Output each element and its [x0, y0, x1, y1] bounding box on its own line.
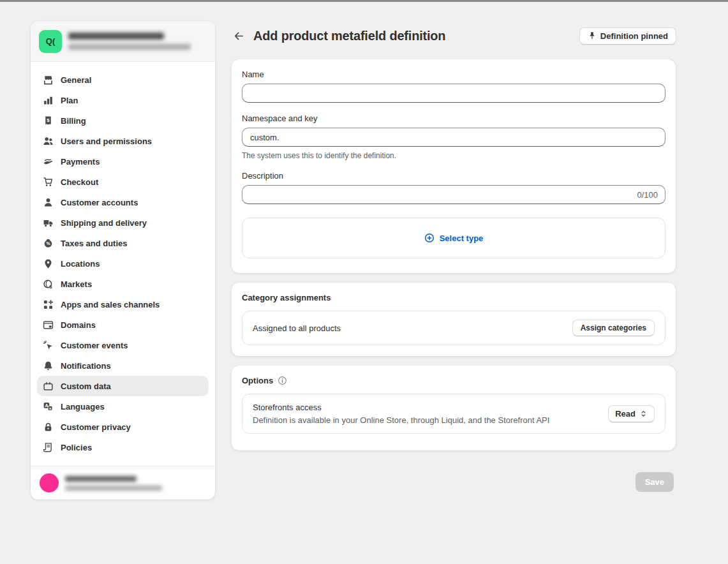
- store-avatar: Q(: [39, 30, 62, 53]
- updown-chevrons-icon: [639, 410, 648, 418]
- sidebar-item-label: Custom data: [61, 382, 111, 391]
- locations-pin-icon: [43, 258, 54, 269]
- customer-events-cursor-icon: [43, 340, 54, 351]
- sidebar-item-apps-and-sales-channels[interactable]: Apps and sales channels: [37, 294, 209, 315]
- sidebar-item-taxes-and-duties[interactable]: %Taxes and duties: [37, 233, 209, 253]
- sidebar-item-customer-privacy[interactable]: Customer privacy: [37, 417, 209, 437]
- namespace-helper-text: The system uses this to identify the def…: [242, 151, 665, 160]
- store-domain-redacted: [68, 44, 191, 50]
- sidebar-item-label: Shipping and delivery: [61, 218, 147, 228]
- storefront-access-select[interactable]: Read: [608, 405, 655, 422]
- taxes-icon: %: [43, 238, 54, 249]
- store-icon: [43, 75, 54, 85]
- sidebar-item-users-and-permissions[interactable]: Users and permissions: [37, 131, 209, 151]
- options-title: Options: [242, 376, 273, 385]
- sidebar-item-languages[interactable]: AaLanguages: [37, 396, 209, 417]
- sidebar-item-plan[interactable]: Plan: [37, 90, 209, 110]
- name-input[interactable]: [242, 84, 665, 103]
- back-button[interactable]: [230, 27, 248, 45]
- sidebar-nav: GeneralPlan$BillingUsers and permissions…: [31, 62, 215, 466]
- description-label: Description: [242, 171, 665, 181]
- customer-accounts-icon: [43, 197, 54, 208]
- select-type-button[interactable]: Select type: [242, 218, 665, 258]
- sidebar-item-label: Taxes and duties: [61, 239, 128, 248]
- sidebar-item-customer-events[interactable]: Customer events: [37, 335, 209, 355]
- namespace-field-group: Namespace and key The system uses this t…: [242, 114, 665, 160]
- sidebar-item-label: Billing: [61, 116, 86, 126]
- sidebar-item-checkout[interactable]: Checkout: [37, 172, 209, 192]
- sidebar-item-label: Languages: [61, 402, 105, 412]
- page-header: Add product metafield definition Definit…: [230, 26, 676, 45]
- save-button[interactable]: Save: [635, 472, 674, 492]
- pin-icon: [588, 31, 597, 40]
- sidebar-item-label: Domains: [61, 320, 96, 330]
- sidebar-item-payments[interactable]: Payments: [37, 151, 209, 172]
- sidebar-item-markets[interactable]: $Markets: [37, 274, 209, 294]
- store-name-redacted: [68, 33, 164, 40]
- storefront-access-value: Read: [615, 409, 635, 419]
- definition-pinned-button[interactable]: Definition pinned: [579, 27, 676, 45]
- select-type-label: Select type: [440, 234, 484, 243]
- shipping-truck-icon: [43, 218, 54, 228]
- sidebar-item-domains[interactable]: Domains: [37, 315, 209, 335]
- sidebar-item-label: Apps and sales channels: [61, 300, 160, 309]
- apps-grid-icon: [43, 299, 54, 310]
- sidebar-item-customer-accounts[interactable]: Customer accounts: [37, 192, 209, 212]
- description-char-counter: 0/100: [637, 190, 658, 200]
- sidebar-item-label: Customer accounts: [61, 198, 138, 207]
- checkout-cart-icon: [43, 177, 54, 188]
- sidebar-item-label: Users and permissions: [61, 137, 152, 146]
- user-footer[interactable]: [31, 466, 215, 500]
- sidebar-item-label: General: [61, 75, 91, 85]
- sidebar-item-locations[interactable]: Locations: [37, 253, 209, 274]
- sidebar-item-shipping-and-delivery[interactable]: Shipping and delivery: [37, 212, 209, 233]
- sidebar-item-label: Plan: [61, 96, 78, 105]
- sidebar-item-label: Customer privacy: [61, 422, 131, 432]
- page-title: Add product metafield definition: [253, 29, 579, 43]
- svg-text:$: $: [47, 117, 50, 122]
- info-icon[interactable]: [278, 376, 287, 385]
- sidebar-item-label: Customer events: [61, 341, 128, 350]
- window-top-strip: [0, 0, 728, 2]
- sidebar-item-label: Locations: [61, 259, 100, 269]
- description-input[interactable]: [242, 185, 665, 204]
- sidebar-item-custom-data[interactable]: Custom data: [37, 376, 209, 396]
- policies-document-icon: [43, 442, 54, 453]
- options-title-row: Options: [242, 376, 665, 385]
- category-status-text: Assigned to all products: [253, 323, 341, 333]
- settings-sidebar: Q( GeneralPlan$BillingUsers and permissi…: [31, 21, 215, 500]
- notifications-bell-icon: [43, 360, 54, 371]
- sidebar-item-billing[interactable]: $Billing: [37, 110, 209, 131]
- description-field-group: Description 0/100: [242, 171, 665, 204]
- category-assignments-title: Category assignments: [242, 293, 665, 302]
- back-arrow-icon: [234, 31, 244, 41]
- users-icon: [43, 136, 54, 147]
- storefronts-access-row: Storefronts access Definition is availab…: [242, 394, 665, 434]
- category-assignments-card: Category assignments Assigned to all pro…: [232, 283, 676, 356]
- definition-pinned-label: Definition pinned: [600, 31, 668, 41]
- name-label: Name: [242, 70, 665, 79]
- sidebar-item-notifications[interactable]: Notifications: [37, 355, 209, 376]
- plan-icon: [43, 95, 54, 106]
- user-email-redacted: [65, 486, 162, 491]
- plus-circle-icon: [424, 233, 435, 243]
- store-header[interactable]: Q(: [31, 21, 215, 62]
- languages-translate-icon: Aa: [43, 401, 54, 412]
- name-field-group: Name: [242, 70, 665, 103]
- markets-globe-icon: $: [43, 279, 54, 290]
- billing-icon: $: [43, 115, 54, 126]
- category-assignments-row: Assigned to all products Assign categori…: [242, 311, 665, 345]
- sidebar-item-policies[interactable]: Policies: [37, 437, 209, 457]
- namespace-input[interactable]: [242, 128, 665, 147]
- sidebar-item-label: Markets: [61, 279, 92, 289]
- sidebar-item-label: Notifications: [61, 361, 111, 371]
- sidebar-item-label: Policies: [61, 443, 92, 452]
- sidebar-item-label: Checkout: [61, 177, 98, 187]
- assign-categories-button[interactable]: Assign categories: [572, 320, 655, 336]
- domains-browser-icon: [43, 320, 54, 330]
- assign-categories-label: Assign categories: [581, 323, 646, 332]
- user-name-redacted: [65, 476, 137, 482]
- sidebar-item-general[interactable]: General: [37, 70, 209, 90]
- custom-data-icon: [43, 381, 54, 392]
- namespace-label: Namespace and key: [242, 114, 665, 123]
